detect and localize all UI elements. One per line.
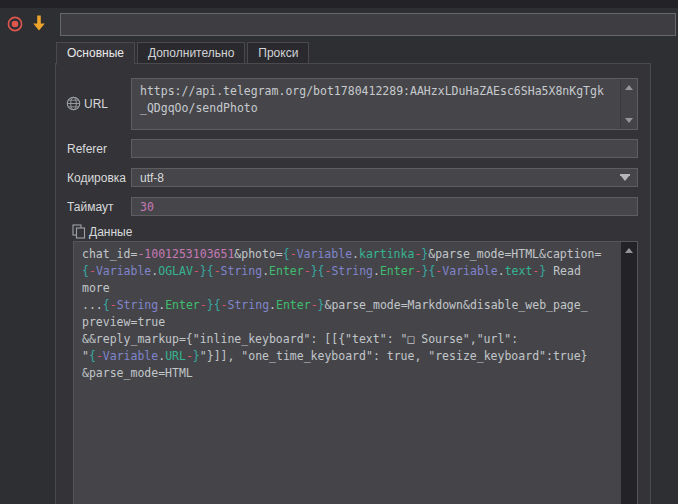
- data-label: Данные: [89, 225, 132, 239]
- data-scrollbar[interactable]: [621, 242, 637, 504]
- encoding-value: utf-8: [132, 169, 637, 188]
- data-code: chat_id=-1001253103651&photo={-Variable.…: [74, 242, 637, 386]
- url-label: URL: [84, 97, 108, 111]
- title-strip: [0, 0, 678, 8]
- url-value-line: https://api.telegram.org/bot1780412289:A…: [132, 79, 637, 100]
- tab-main[interactable]: Основные: [56, 42, 135, 65]
- tab-proxy[interactable]: Прокси: [247, 42, 309, 64]
- download-arrow-icon[interactable]: [30, 13, 48, 33]
- copy-pages-icon: [71, 223, 86, 239]
- tab-bar: Основные Дополнительно Прокси: [56, 42, 311, 65]
- record-icon[interactable]: [7, 16, 23, 32]
- referer-value: [132, 140, 637, 144]
- settings-panel: URL https://api.telegram.org/bot17804122…: [55, 63, 651, 504]
- timeout-input[interactable]: 30: [131, 197, 638, 216]
- referer-input[interactable]: [131, 139, 638, 158]
- scroll-up-icon[interactable]: [621, 80, 637, 95]
- scroll-down-icon[interactable]: [621, 113, 637, 128]
- encoding-label: Кодировка: [67, 171, 126, 185]
- data-textarea[interactable]: chat_id=-1001253103651&photo={-Variable.…: [73, 241, 638, 504]
- globe-icon: [65, 95, 81, 111]
- dropdown-icon[interactable]: [621, 176, 629, 181]
- url-value-line: _QDgqOo/sendPhoto: [132, 100, 637, 117]
- timeout-label: Таймаут: [67, 200, 113, 214]
- referer-label: Referer: [67, 142, 107, 156]
- scroll-up-icon[interactable]: [621, 243, 637, 258]
- url-textarea[interactable]: https://api.telegram.org/bot1780412289:A…: [131, 78, 638, 130]
- encoding-select[interactable]: utf-8: [131, 168, 638, 187]
- timeout-value: 30: [132, 198, 637, 217]
- action-editor-window: Основные Дополнительно Прокси URL https:…: [0, 0, 678, 504]
- url-scrollbar[interactable]: [620, 79, 637, 129]
- tab-additional[interactable]: Дополнительно: [137, 42, 245, 64]
- action-comment-input[interactable]: [60, 13, 676, 36]
